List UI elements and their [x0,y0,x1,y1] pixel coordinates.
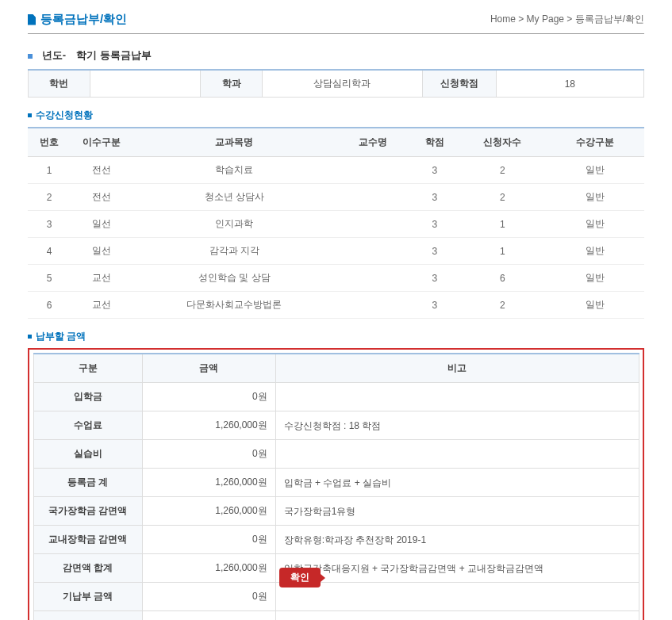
payment-remark [275,583,639,611]
payment-row: 실습비0원 [33,440,639,469]
col-type: 이수구분 [71,128,132,157]
cell-name: 성인학습 및 상담 [132,265,336,292]
table-row: 4일선감각과 지각31일반 [28,238,644,265]
cell-credit: 3 [410,292,459,319]
payment-amount: 0원 [142,440,275,469]
table-row: 3일선인지과학31일반 [28,211,644,238]
cell-type: 교선 [71,292,132,319]
dept-value: 상담심리학과 [262,70,422,98]
payment-label: 납부할 금액 [33,611,142,621]
cell-type: 전선 [71,184,132,211]
payment-highlight-box: 구분 금액 비고 입학금0원수업료1,260,000원수강신청학점 : 18 학… [28,348,644,620]
cell-prof [336,238,409,265]
cell-no: 6 [28,292,71,319]
payment-remark: 이월복학생 : 등록금 - 이월 금액 학생 : 등록금 - (감연금액합계+기… [275,611,639,621]
payment-label: 국가장학금 감면액 [33,497,142,526]
payment-label: 기납부 금액 [33,583,142,611]
cell-credit: 3 [410,211,459,238]
payment-label: 실습비 [33,440,142,469]
cell-type: 교선 [71,265,132,292]
cell-applicants: 2 [459,292,546,319]
cell-type: 일선 [71,238,132,265]
payment-label: 감면액 합계 [33,554,142,583]
payment-row: 교내장학금 감면액0원장학유형:학과장 추천장학 2019-1 [33,526,639,554]
cell-name: 감각과 지각 [132,238,336,265]
pay-col-remark: 비고 [275,354,639,383]
cell-no: 1 [28,157,71,184]
payment-amount: 0원 [142,583,275,611]
cell-category: 일반 [546,238,644,265]
payment-remark [275,440,639,469]
payment-row: 납부할 금액이월복학생 : 등록금 - 이월 금액 학생 : 등록금 - (감연… [33,611,639,621]
cell-credit: 3 [410,238,459,265]
col-no: 번호 [28,128,71,157]
payment-label: 교내장학금 감면액 [33,526,142,554]
payment-remark: 수강신청학점 : 18 학점 [275,411,639,440]
cell-no: 2 [28,184,71,211]
payment-amount: 1,260,000원 [142,554,275,583]
payment-remark: 입학금 + 수업료 + 실습비 [275,469,639,497]
credit-label: 신청학점 [422,70,496,98]
cell-prof [336,211,409,238]
term-section: 년도- 학기 등록금납부 [28,48,644,63]
cell-credit: 3 [410,265,459,292]
col-credit: 학점 [410,128,459,157]
cell-prof [336,292,409,319]
cell-name: 청소년 상담사 [132,184,336,211]
payment-table: 구분 금액 비고 입학금0원수업료1,260,000원수강신청학점 : 18 학… [33,353,639,620]
cell-credit: 3 [410,157,459,184]
payment-remark: 입학금감축대응지원 + 국가장학금감면액 + 교내장학금감면액 [275,554,639,583]
breadcrumb[interactable]: Home > My Page > 등록금납부/확인 [490,13,644,26]
cell-applicants: 2 [459,157,546,184]
course-section-title: 수강신청현황 [28,109,644,122]
cell-applicants: 6 [459,265,546,292]
col-prof: 교수명 [336,128,409,157]
payment-amount: 0원 [142,526,275,554]
payment-remark: 국가장학금1유형 [275,497,639,526]
cell-prof [336,184,409,211]
payment-remark: 장학유형:학과장 추천장학 2019-1 [275,526,639,554]
table-row: 6교선다문화사회교수방법론32일반 [28,292,644,319]
payment-row: 기납부 금액0원 [33,583,639,611]
payment-row: 입학금0원 [33,383,639,411]
cell-category: 일반 [546,157,644,184]
cell-name: 학습치료 [132,157,336,184]
dept-label: 학과 [201,70,263,98]
table-row: 1전선학습치료32일반 [28,157,644,184]
section-marker-icon [28,54,33,59]
payment-remark [275,383,639,411]
cell-applicants: 1 [459,211,546,238]
cell-category: 일반 [546,292,644,319]
student-id-label: 학번 [29,70,90,98]
cell-no: 5 [28,265,71,292]
payment-row: 수업료1,260,000원수강신청학점 : 18 학점 [33,411,639,440]
cell-type: 전선 [71,157,132,184]
credit-value: 18 [496,70,643,98]
page-title-icon [28,14,36,25]
payment-label: 입학금 [33,383,142,411]
cell-prof [336,157,409,184]
payment-amount: 1,260,000원 [142,411,275,440]
cell-no: 4 [28,238,71,265]
cell-applicants: 2 [459,184,546,211]
pay-col-category: 구분 [33,354,142,383]
payment-amount: 1,260,000원 [142,497,275,526]
cell-name: 다문화사회교수방법론 [132,292,336,319]
col-applicants: 신청자수 [459,128,546,157]
page-title: 등록금납부/확인 [28,12,127,27]
cell-no: 3 [28,211,71,238]
cell-category: 일반 [546,265,644,292]
col-name: 교과목명 [132,128,336,157]
table-row: 2전선청소년 상담사32일반 [28,184,644,211]
cell-category: 일반 [546,184,644,211]
payment-section-title: 납부할 금액 [28,330,644,343]
table-row: 5교선성인학습 및 상담36일반 [28,265,644,292]
pay-col-amount: 금액 [142,354,275,383]
payment-row: 감면액 합계1,260,000원입학금감축대응지원 + 국가장학금감면액 + 교… [33,554,639,583]
payment-row: 등록금 계1,260,000원입학금 + 수업료 + 실습비 [33,469,639,497]
cell-name: 인지과학 [132,211,336,238]
cell-type: 일선 [71,211,132,238]
payment-amount: 1,260,000원 [142,469,275,497]
payment-row: 국가장학금 감면액1,260,000원국가장학금1유형 [33,497,639,526]
student-info-table: 학번 학과 상담심리학과 신청학점 18 [28,69,644,98]
